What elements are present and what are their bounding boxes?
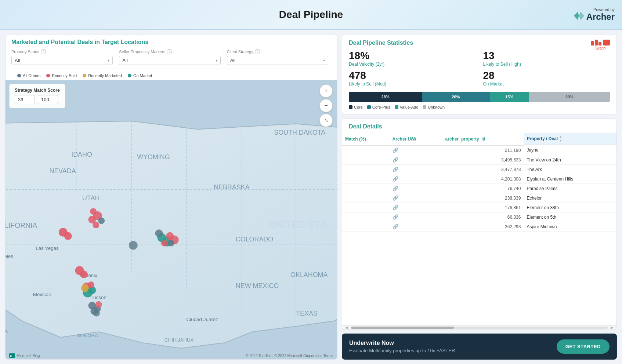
cell-link-7[interactable]: 🔗 [390,203,442,212]
svg-point-54 [155,229,163,237]
cell-match-7 [342,203,390,212]
cell-link-4[interactable]: 🔗 [390,174,442,184]
cell-id-4: 4,201,308 [442,174,524,184]
cell-property-7: Element on 38th [524,203,616,212]
graph-label: Graph [596,46,606,50]
svg-text:UTAH: UTAH [82,194,100,202]
legend-unknown: Unknown [423,105,445,109]
cell-link-6[interactable]: 🔗 [390,193,442,203]
stats-grid: 18% Deal Velocity (2yr) 13 Likely to Sel… [349,51,610,87]
svg-text:COLORADO: COLORADO [236,236,273,243]
svg-text:CHIHUAHUA: CHIHUAHUA [164,337,194,343]
fullscreen-button[interactable]: ⤡ [319,114,333,127]
client-strategy-help-icon[interactable]: ? [255,49,260,54]
filter-seller-propensity: Seller Propensity Markers ? All ▾ [116,49,224,65]
progress-value-add: 15% [490,92,529,102]
page-title: Deal Pipeline [279,9,343,21]
graph-button[interactable]: Graph [591,40,610,50]
get-started-button[interactable]: GET STARTED [557,339,610,354]
deal-details-title: Deal Details [349,123,610,130]
scroll-up-icon[interactable]: ▲ [559,135,562,138]
deal-table-element: Match (%) Archer U/W archer_property_id … [342,133,616,232]
bing-logo-icon: B [9,353,15,358]
stat-deal-velocity: 18% Deal Velocity (2yr) [349,51,476,67]
link-icon-5[interactable]: 🔗 [393,186,398,191]
cell-link-1[interactable]: 🔗 [390,145,442,155]
map-area[interactable]: CALIFORNIA NEVADA UTAH IDAHO WYOMING NEB… [6,80,337,359]
svg-text:NEVADA: NEVADA [49,167,76,175]
app-header: Deal Pipeline Powered by Archer [0,0,622,30]
legend-on-market: On Market [128,73,152,78]
scroll-left-icon[interactable]: ◀ [345,325,348,330]
strategy-max-input[interactable] [38,95,58,104]
cell-match-9 [342,222,390,232]
legend-core-plus: Core-Plus [367,105,390,109]
cell-link-8[interactable]: 🔗 [390,212,442,222]
link-icon-9[interactable]: 🔗 [393,224,398,229]
svg-text:Ciudad Juárez: Ciudad Juárez [187,317,218,322]
cell-link-2[interactable]: 🔗 [390,155,442,165]
attribution-text: Microsoft Bing [17,354,40,358]
scroll-down-icon[interactable]: ▼ [559,139,562,142]
cell-property-6: Echelon [524,193,616,203]
svg-point-55 [129,241,138,250]
cell-id-9: 362,293 [442,222,524,232]
link-icon-4[interactable]: 🔗 [393,176,398,182]
scroll-arrows: ▲ ▼ [559,135,562,142]
stat-likely-sell-med-value: 478 [349,70,476,81]
stat-likely-sell-high-value: 13 [483,51,610,61]
property-status-select[interactable]: All ▾ [11,56,113,65]
svg-point-61 [81,284,89,292]
legend-value-add-label: Value-Add [400,105,419,109]
scroll-thumb[interactable] [351,327,608,329]
col-archer-uw: Archer U/W [390,133,442,145]
table-row: 🔗 211,190 Jayne [342,145,616,155]
strategy-inputs [15,95,60,104]
client-strategy-chevron: ▾ [323,58,325,62]
link-icon-7[interactable]: 🔗 [393,205,398,210]
strategy-min-input[interactable] [15,95,35,104]
link-icon-6[interactable]: 🔗 [393,195,398,201]
graph-bar-2 [595,40,598,46]
cell-id-6: 238,339 [442,193,524,203]
cell-link-5[interactable]: 🔗 [390,184,442,193]
stats-header-row: Deal Pipeline Statistics Graph [349,40,610,51]
cell-link-9[interactable]: 🔗 [390,222,442,232]
svg-text:UNITED STA: UNITED STA [268,219,327,230]
link-icon-2[interactable]: 🔗 [393,157,398,163]
link-icon-8[interactable]: 🔗 [393,214,398,220]
deal-table: Match (%) Archer U/W archer_property_id … [342,133,616,325]
zoom-out-button[interactable]: − [319,99,333,112]
table-row: 🔗 3,477,873 The Ark [342,165,616,174]
strategy-match-box: Strategy Match Score [9,84,65,108]
property-status-help-icon[interactable]: ? [41,49,46,54]
zoom-in-button[interactable]: + [319,84,333,98]
progress-core: 28% [349,92,422,102]
graph-bar-3 [599,42,601,46]
svg-point-67 [93,310,100,317]
svg-point-47 [93,222,99,228]
svg-text:WYOMING: WYOMING [137,153,170,161]
stat-on-market: 28 On Market [483,70,610,87]
client-strategy-select[interactable]: All ▾ [227,56,328,65]
cell-match-2 [342,155,390,165]
stats-title: Deal Pipeline Statistics [349,40,413,46]
legend-square-unknown [423,105,426,109]
archer-logo: Powered by Archer [574,7,615,22]
archer-icon [574,12,584,22]
link-icon-1[interactable]: 🔗 [393,148,398,153]
stat-deal-velocity-value: 18% [349,51,476,61]
scroll-right-icon[interactable]: ▶ [611,325,614,330]
progress-unknown: 30% [529,92,610,102]
map-attribution-left: B Microsoft Bing [9,353,40,358]
underwrite-title: Underwrite Now [349,340,455,346]
legend-core-plus-label: Core-Plus [372,105,390,109]
svg-point-52 [161,240,168,247]
link-icon-3[interactable]: 🔗 [393,167,398,172]
seller-propensity-select[interactable]: All ▾ [119,56,220,65]
seller-propensity-help-icon[interactable]: ? [167,49,172,54]
svg-text:SONORA: SONORA [77,333,98,338]
legend-label-recently-sold: Recently Sold [52,73,77,78]
underwrite-text: Underwrite Now Evaluate Multifamily prop… [349,340,455,353]
cell-link-3[interactable]: 🔗 [390,165,442,174]
